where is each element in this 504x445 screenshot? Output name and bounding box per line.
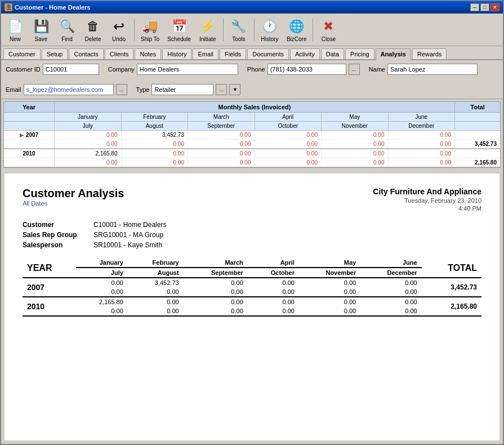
report-th-dec: December — [360, 268, 421, 278]
report-th-aug: August — [128, 268, 184, 278]
report-info-salesrep: Sales Rep Group SRG10001 - MA Group — [23, 231, 481, 239]
grid-row-2010-1: 2010 2,165.80 0.00 0.00 0.00 0.00 0.00 — [4, 149, 500, 158]
tools-button[interactable]: 🔧 Tools — [227, 16, 251, 44]
grid-2010-jul: 0.00 — [55, 158, 122, 167]
report-th-jan: January — [76, 258, 128, 268]
tab-documents[interactable]: Documents — [247, 48, 289, 59]
expand-2007-icon[interactable]: ▶ — [20, 132, 24, 138]
grid-row-2007-2: 0.00 0.00 0.00 0.00 0.00 0.00 3,452.73 — [4, 140, 500, 149]
report-title-block: Customer Analysis All Dates — [23, 187, 124, 207]
toolbar-separator-2 — [223, 19, 224, 41]
report-2010-aug: 0.00 — [128, 306, 184, 316]
grid-2010-jan: 2,165.80 — [55, 149, 122, 158]
report-salesrep-value: SRG10001 - MA Group — [93, 231, 163, 239]
name-input[interactable] — [387, 64, 478, 75]
email-label: Email — [6, 86, 21, 93]
grid-sh-jan: January — [55, 113, 122, 121]
tab-customer[interactable]: Customer — [3, 48, 41, 59]
phone-extra-button[interactable]: ... — [349, 64, 360, 75]
report-salesperson-label: Salesperson — [23, 241, 84, 249]
tab-setup[interactable]: Setup — [42, 48, 68, 59]
phone-input[interactable] — [267, 64, 346, 75]
report-company-block: City Furniture And Appliance Tuesday, Fe… — [373, 187, 481, 212]
tab-pricing[interactable]: Pricing — [345, 48, 374, 59]
delete-button[interactable]: 🗑 Delete — [81, 16, 105, 44]
company-input[interactable] — [137, 64, 238, 75]
new-icon: 📄 — [6, 17, 24, 35]
company-group: Company — [108, 64, 238, 75]
save-button[interactable]: 💾 Save — [29, 16, 53, 44]
tab-activity[interactable]: Activity — [290, 48, 320, 59]
ship-to-icon: 🚚 — [141, 17, 159, 35]
grid-sh-dec: December — [389, 122, 456, 130]
phone-group: Phone ... — [247, 64, 360, 75]
tab-analysis[interactable]: Analysis — [376, 48, 411, 60]
maximize-button[interactable]: □ — [480, 3, 489, 11]
report-2007-year: 2007 — [23, 278, 76, 297]
report-th-may: May — [299, 258, 360, 268]
tab-contacts[interactable]: Contacts — [69, 48, 103, 59]
tab-email[interactable]: Email — [193, 48, 218, 59]
grid-2007-jan: 0.00 — [55, 131, 122, 139]
grid-year-header: Year — [4, 102, 55, 112]
name-group: Name — [369, 64, 478, 75]
report-th-apr: April — [248, 258, 299, 268]
initiate-button[interactable]: ⚡ Initiate — [196, 16, 220, 44]
email-input[interactable] — [24, 84, 114, 95]
ship-to-button[interactable]: 🚚 Ship To — [138, 16, 162, 44]
tab-rewards[interactable]: Rewards — [412, 48, 447, 59]
report-info-salesperson: Salesperson SR10001 - Kaye Smith — [23, 241, 481, 249]
close-toolbar-button[interactable]: ✖ Close — [316, 16, 340, 44]
report-2007-apr: 0.00 — [248, 278, 299, 287]
new-button[interactable]: 📄 New — [3, 16, 27, 44]
tab-clients[interactable]: Clients — [105, 48, 134, 59]
type-dropdown-button[interactable]: ▼ — [229, 84, 240, 95]
undo-button[interactable]: ↩ Undo — [107, 16, 131, 44]
minimize-button[interactable]: ─ — [470, 3, 479, 11]
grid-2010-jun: 0.00 — [389, 149, 456, 158]
grid-sh-empty2 — [4, 122, 55, 130]
customer-id-input[interactable] — [43, 64, 99, 75]
schedule-label: Schedule — [167, 36, 191, 42]
grid-sh-mar: March — [188, 113, 255, 121]
grid-2007-year-spacer — [4, 140, 55, 148]
report-salesrep-label: Sales Rep Group — [23, 231, 84, 239]
grid-2007-may: 0.00 — [322, 131, 389, 139]
tab-bar: Customer Setup Contacts Clients Notes Hi… — [1, 46, 503, 60]
report-2007-total: 3,452.73 — [422, 278, 481, 297]
report-th-feb: February — [128, 258, 184, 268]
report-2010-apr: 0.00 — [248, 297, 299, 306]
grid-2010-may: 0.00 — [322, 149, 389, 158]
report-2007-jun: 0.00 — [360, 278, 421, 287]
report-company: City Furniture And Appliance — [373, 187, 481, 196]
company-label: Company — [108, 66, 135, 73]
report-2010-year: 2010 — [23, 297, 76, 316]
tab-fields[interactable]: Fields — [220, 48, 246, 59]
type-extra-button[interactable]: ... — [216, 84, 227, 95]
tab-data[interactable]: Data — [321, 48, 344, 59]
report-title: Customer Analysis — [23, 187, 124, 200]
close-button[interactable]: ✕ — [490, 3, 499, 11]
report-2010-dec: 0.00 — [360, 306, 421, 316]
email-extra-button[interactable]: ... — [116, 84, 127, 95]
find-button[interactable]: 🔍 Find — [55, 16, 79, 44]
grid-2007-total-empty — [455, 131, 500, 139]
schedule-button[interactable]: 📅 Schedule — [164, 16, 194, 44]
ship-to-label: Ship To — [141, 36, 159, 42]
report-th-year: YEAR — [23, 258, 76, 278]
tab-history[interactable]: History — [162, 48, 191, 59]
customer-id-label: Customer ID — [6, 66, 41, 73]
tools-label: Tools — [232, 36, 245, 42]
tab-notes[interactable]: Notes — [135, 48, 161, 59]
bizcore-button[interactable]: 🌐 BizCore — [284, 16, 310, 44]
grid-sh-sep: September — [188, 122, 255, 130]
history-button[interactable]: 🕐 History — [258, 16, 282, 44]
tools-icon: 🔧 — [230, 17, 248, 35]
find-icon: 🔍 — [58, 17, 76, 35]
toolbar: 📄 New 💾 Save 🔍 Find 🗑 Delete ↩ Undo 🚚 Sh… — [1, 14, 503, 46]
initiate-icon: ⚡ — [199, 17, 217, 35]
grid-2010-apr: 0.00 — [255, 149, 322, 158]
report-2007-dec: 0.00 — [360, 287, 421, 297]
report-2010-sep: 0.00 — [184, 306, 248, 316]
type-input[interactable] — [151, 84, 213, 95]
